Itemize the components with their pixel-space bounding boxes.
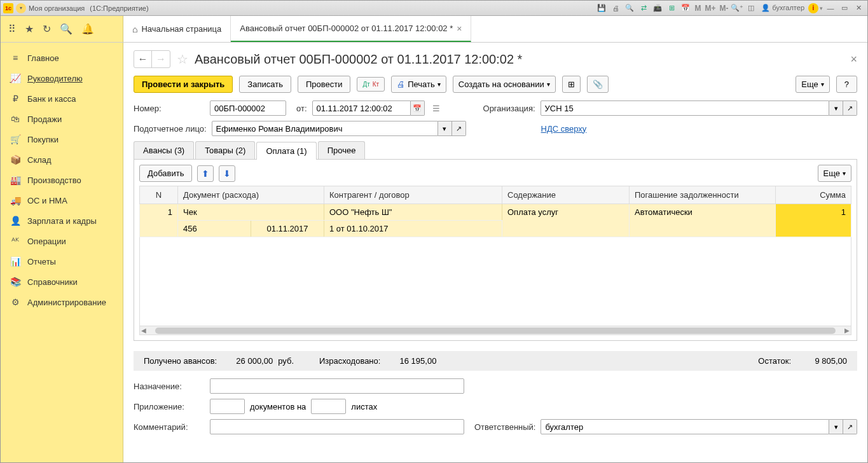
write-button[interactable]: Записать: [239, 76, 291, 93]
sidebar-item-sales[interactable]: 🛍Продажи: [1, 109, 123, 129]
info-icon[interactable]: i: [808, 3, 818, 13]
search-icon[interactable]: 🔍: [60, 23, 72, 35]
zoom-icon[interactable]: 🔍⁺: [731, 3, 743, 14]
sidebar-item-production[interactable]: 🏭Производство: [1, 170, 123, 190]
table-row[interactable]: 1 Чек ООО "Нефть Ш" Оплата услуг Автомат…: [140, 204, 851, 221]
tab-close-icon[interactable]: ×: [457, 24, 462, 34]
favorite-star-icon[interactable]: ☆: [177, 52, 188, 67]
col-doc[interactable]: Документ (расхода): [178, 186, 324, 204]
cell-contractor[interactable]: ООО "Нефть Ш": [324, 204, 502, 221]
sidebar-item-purchases[interactable]: 🛒Покупки: [1, 129, 123, 149]
tab-home[interactable]: ⌂ Начальная страница: [123, 16, 231, 42]
post-and-close-button[interactable]: Провести и закрыть: [134, 76, 233, 93]
chart-icon: 📈: [10, 73, 21, 83]
col-sum[interactable]: Сумма: [776, 186, 851, 204]
sidebar-item-operations[interactable]: ᴬᴷОперации: [1, 231, 123, 251]
cell-sum[interactable]: 1: [776, 204, 851, 237]
sidebar-item-salary[interactable]: 👤Зарплата и кадры: [1, 211, 123, 231]
tab-doc[interactable]: Авансовый отчет 00БП-000002 от 01.11.201…: [231, 16, 471, 42]
more-button[interactable]: Еще ▾: [796, 76, 829, 93]
nav-forward-button[interactable]: →: [152, 51, 170, 67]
org-input[interactable]: [541, 100, 829, 116]
att-docs-input[interactable]: [210, 399, 245, 414]
itab-goods[interactable]: Товары (2): [195, 141, 255, 159]
dtkt-button[interactable]: ДтКт: [357, 77, 385, 92]
memory-mminus[interactable]: M-: [718, 3, 729, 14]
itab-advances[interactable]: Авансы (3): [134, 141, 194, 159]
resp-dropdown-icon[interactable]: ▾: [829, 419, 843, 434]
truck-icon: 🚚: [10, 195, 21, 205]
comment-input[interactable]: [210, 419, 464, 434]
table-more-button[interactable]: Еще ▾: [818, 165, 851, 182]
compare-icon[interactable]: ⇄: [637, 3, 650, 14]
nav-back-button[interactable]: ←: [134, 51, 152, 67]
itab-payment[interactable]: Оплата (1): [256, 142, 316, 160]
attach-button[interactable]: 📎: [587, 76, 609, 93]
user-label[interactable]: 👤 бухгалтер: [759, 4, 807, 12]
date-input[interactable]: [312, 100, 411, 116]
bell-icon[interactable]: 🔔: [81, 23, 94, 35]
save-icon[interactable]: 💾: [595, 3, 608, 14]
cell-doc-type[interactable]: Чек: [178, 204, 324, 221]
app-menu-dropdown[interactable]: ▾: [16, 3, 26, 13]
purpose-label: Назначение:: [134, 382, 205, 391]
sidebar-item-assets[interactable]: 🚚ОС и НМА: [1, 190, 123, 211]
panels-icon[interactable]: ◫: [745, 3, 757, 14]
resp-open-icon[interactable]: ↗: [843, 419, 857, 434]
history-icon[interactable]: ↻: [43, 23, 51, 35]
apps-icon[interactable]: ⠿: [8, 23, 16, 35]
move-down-button[interactable]: ⬇: [219, 165, 235, 182]
cell-doc-numdate[interactable]: 456 01.11.2017: [178, 221, 324, 237]
sidebar-item-main[interactable]: ≡Главное: [1, 48, 123, 68]
help-button[interactable]: ?: [836, 76, 857, 93]
sidebar-item-admin[interactable]: ⚙Администрирование: [1, 292, 123, 312]
create-based-button[interactable]: Создать на основании ▾: [453, 76, 556, 93]
preview-icon[interactable]: 🔍: [623, 3, 636, 14]
calendar-picker-icon[interactable]: 📅: [411, 100, 425, 116]
responsible-input[interactable]: [541, 419, 829, 434]
memory-mplus[interactable]: M+: [703, 3, 717, 14]
org-open-icon[interactable]: ↗: [843, 100, 857, 116]
person-input[interactable]: [212, 121, 438, 136]
post-button[interactable]: Провести: [298, 76, 351, 93]
person-dropdown-icon[interactable]: ▾: [438, 121, 452, 136]
close-button[interactable]: ✕: [852, 3, 865, 14]
person-open-icon[interactable]: ↗: [452, 121, 466, 136]
calendar-icon[interactable]: 📅: [679, 3, 692, 14]
maximize-button[interactable]: ▭: [838, 3, 851, 14]
print-icon[interactable]: 🖨: [609, 3, 622, 14]
move-up-button[interactable]: ⬆: [197, 165, 214, 182]
comment-label: Комментарий:: [134, 422, 205, 432]
cell-contract[interactable]: 1 от 01.10.2017: [324, 221, 502, 237]
col-content[interactable]: Содержание: [502, 186, 630, 204]
favorite-icon[interactable]: ★: [25, 23, 34, 35]
sidebar-item-manager[interactable]: 📈Руководителю: [1, 68, 123, 88]
printer2-icon[interactable]: 📠: [651, 3, 664, 14]
cell-content[interactable]: Оплата услуг: [502, 204, 630, 237]
col-contractor[interactable]: Контрагент / договор: [324, 186, 502, 204]
cell-debt[interactable]: Автоматически: [630, 204, 776, 237]
itab-other[interactable]: Прочее: [318, 141, 366, 159]
sidebar-item-label: Склад: [27, 155, 52, 165]
sidebar-item-catalogs[interactable]: 📚Справочники: [1, 272, 123, 292]
add-row-button[interactable]: Добавить: [139, 165, 192, 182]
nds-link[interactable]: НДС сверху: [541, 124, 587, 134]
close-doc-button[interactable]: ×: [850, 53, 857, 66]
table-empty-area: [139, 237, 851, 326]
calc-icon[interactable]: ⊞: [665, 3, 678, 14]
print-button[interactable]: 🖨 Печать ▾: [391, 76, 446, 93]
col-debt[interactable]: Погашение задолженности: [630, 186, 776, 204]
minimize-button[interactable]: —: [824, 3, 837, 14]
sidebar-item-warehouse[interactable]: 📦Склад: [1, 149, 123, 170]
sidebar-item-bank[interactable]: ₽Банк и касса: [1, 88, 123, 109]
sidebar-item-reports[interactable]: 📊Отчеты: [1, 251, 123, 272]
memory-m[interactable]: M: [693, 3, 702, 14]
col-n[interactable]: N: [140, 186, 178, 204]
org-dropdown-icon[interactable]: ▾: [829, 100, 843, 116]
att-sheets-input[interactable]: [311, 399, 346, 414]
purpose-input[interactable]: [210, 378, 464, 394]
structure-button[interactable]: ⊞: [562, 76, 581, 93]
number-input[interactable]: [210, 100, 286, 116]
horizontal-scrollbar[interactable]: ◀▶: [139, 326, 851, 335]
received-label: Получено авансов:: [144, 356, 217, 366]
